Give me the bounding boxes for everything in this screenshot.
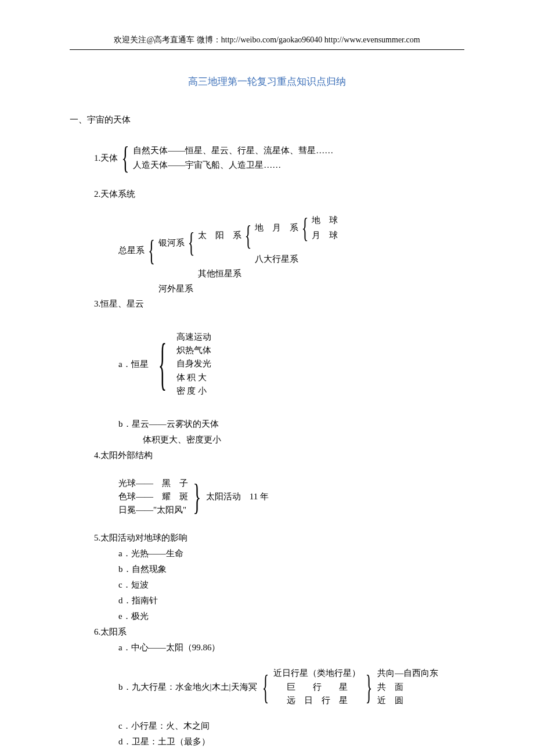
p6b-right: 共向—自西向东 xyxy=(377,667,438,680)
p6-d: d．卫星：土卫（最多） xyxy=(70,734,464,750)
left-brace-icon: { xyxy=(188,219,195,267)
left-brace-icon: { xyxy=(302,204,309,252)
header-line: 欢迎关注@高考直通车 微博：http://weibo.com/gaokao960… xyxy=(70,33,464,50)
p2-l1a: 银河系 xyxy=(158,236,185,251)
p4-row: 日冕——"太阳风" xyxy=(118,503,188,517)
point-1: 1.天体 { 自然天体——恒星、星云、行星、流星体、彗星…… 人造天体——宇宙飞… xyxy=(70,130,464,186)
p2-l3b: 八大行星系 xyxy=(255,252,338,267)
right-brace-icon: } xyxy=(366,656,373,718)
p4-row: 光球—— 黑 子 xyxy=(118,477,188,490)
point-3-label: 3.恒星、星云 xyxy=(70,296,464,312)
page: 欢迎关注@高考直通车 微博：http://weibo.com/gaokao960… xyxy=(0,0,534,756)
p6-e: e．彗星 { 彗核——冰 彗发——气体 彗尾 xyxy=(70,750,464,756)
p6b-mid: 巨 行 星 xyxy=(273,681,360,694)
document-title: 高三地理第一轮复习重点知识点归纳 xyxy=(70,73,464,91)
p3a-item: 体 积 大 xyxy=(176,371,211,384)
point-2-tree: 总星系 { 银河系 { 太 阳 系 { xyxy=(70,204,464,296)
p6-b: b．九大行星：水金地火|木土|天海冥 { 近日行星（类地行星） 巨 行 星 远 … xyxy=(70,656,464,718)
p2-l1b: 河外星系 xyxy=(158,282,338,297)
left-brace-icon: { xyxy=(153,750,160,756)
p2-l2b: 其他恒星系 xyxy=(198,267,338,282)
p6-a: a．中心——太阳（99.86） xyxy=(70,640,464,656)
p5-item: a．光热——生命 xyxy=(70,546,464,561)
p2-root: 总星系 xyxy=(118,243,145,258)
p4-right: 太阳活动 11 年 xyxy=(206,489,269,505)
left-brace-icon: { xyxy=(245,212,252,260)
p2-l4b: 月 球 xyxy=(312,228,338,243)
p5-item: c．短波 xyxy=(70,577,464,593)
point-5-label: 5.太阳活动对地球的影响 xyxy=(70,530,464,546)
p3a-label: a．恒星 xyxy=(118,357,149,372)
point-2-label: 2.天体系统 xyxy=(70,186,464,202)
p3a-item: 密 度 小 xyxy=(176,384,211,398)
point-4-body: 光球—— 黑 子 色球—— 耀 斑 日冕——"太阳风" } 太阳活动 11 年 xyxy=(70,463,464,530)
p1-label: 1.天体 xyxy=(94,150,118,166)
p4-row: 色球—— 耀 斑 xyxy=(118,490,188,503)
left-brace-icon: { xyxy=(158,312,166,416)
p5-item: d．指南针 xyxy=(70,593,464,609)
section-1-head: 一、宇宙的天体 xyxy=(70,112,464,128)
p3a-item: 高速运动 xyxy=(176,330,211,344)
p6b-mid: 远 日 行 星 xyxy=(273,694,360,707)
p6b-label: b．九大行星：水金地火|木土|天海冥 xyxy=(118,679,257,695)
point-3a: a．恒星 { 高速运动 炽热气体 自身发光 体 积 大 密 度 小 xyxy=(70,312,464,416)
p3b-line1: b．星云——云雾状的天体 xyxy=(70,416,464,432)
left-brace-icon: { xyxy=(262,656,269,718)
point-6-label: 6.太阳系 xyxy=(70,624,464,640)
left-brace-icon: { xyxy=(148,224,155,276)
p5-item: e．极光 xyxy=(70,609,464,624)
point-4-label: 4.太阳外部结构 xyxy=(70,448,464,463)
p3a-item: 自身发光 xyxy=(176,357,211,370)
right-brace-icon: } xyxy=(193,463,201,530)
p2-l3a: 地 月 系 xyxy=(255,221,298,236)
p3b-line2: 体积更大、密度更小 xyxy=(70,432,464,448)
p5-item: b．自然现象 xyxy=(70,561,464,577)
p6b-right: 共 面 xyxy=(377,681,438,694)
p6b-right: 近 圆 xyxy=(377,694,438,707)
p2-l4a: 地 球 xyxy=(312,213,338,228)
p3a-item: 炽热气体 xyxy=(176,344,211,357)
p2-l2a: 太 阳 系 xyxy=(198,228,241,243)
p6-c: c．小行星：火、木之间 xyxy=(70,718,464,734)
left-brace-icon: { xyxy=(122,130,129,186)
p1-item-a: 自然天体——恒星、星云、行星、流星体、彗星…… xyxy=(133,143,333,159)
p6b-mid: 近日行星（类地行星） xyxy=(273,667,360,680)
p1-item-b: 人造天体——宇宙飞船、人造卫星…… xyxy=(133,158,333,173)
